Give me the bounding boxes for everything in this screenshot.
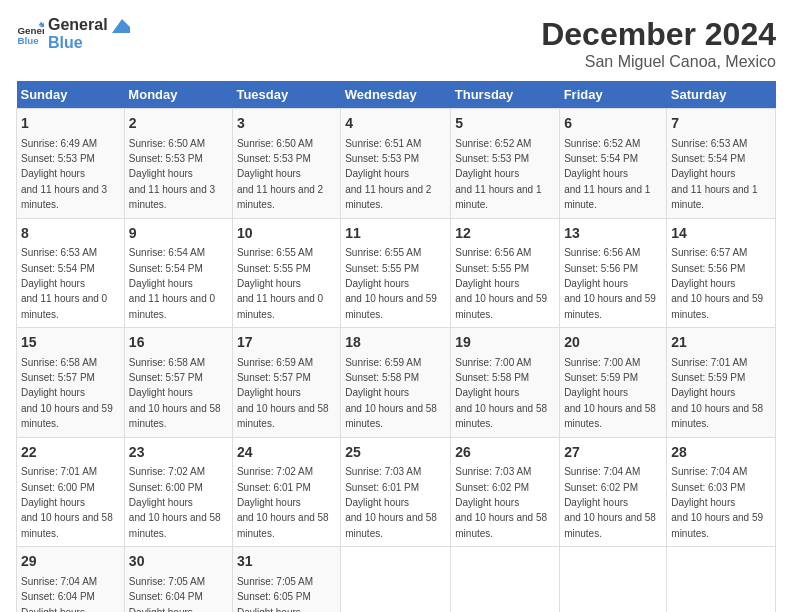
sunrise-info: Sunrise: 6:58 AM: [129, 357, 205, 368]
daylight-duration: and 11 hours and 1 minute.: [564, 184, 650, 210]
sunrise-info: Sunrise: 7:03 AM: [345, 466, 421, 477]
sunset-info: Sunset: 5:54 PM: [21, 263, 95, 274]
daylight-duration: and 11 hours and 0 minutes.: [21, 293, 107, 319]
sunrise-info: Sunrise: 6:53 AM: [671, 138, 747, 149]
daylight-duration: and 10 hours and 59 minutes.: [21, 403, 113, 429]
daylight-duration: and 11 hours and 0 minutes.: [129, 293, 215, 319]
day-number: 17: [237, 333, 336, 353]
day-number: 3: [237, 114, 336, 134]
sunset-info: Sunset: 6:00 PM: [129, 482, 203, 493]
daylight-duration: and 10 hours and 58 minutes.: [345, 403, 437, 429]
daylight-duration: and 10 hours and 58 minutes.: [564, 512, 656, 538]
day-number: 22: [21, 443, 120, 463]
day-number: 2: [129, 114, 228, 134]
sunset-info: Sunset: 6:05 PM: [237, 591, 311, 602]
daylight-duration: and 10 hours and 58 minutes.: [21, 512, 113, 538]
sunrise-info: Sunrise: 6:50 AM: [129, 138, 205, 149]
table-row: 16Sunrise: 6:58 AMSunset: 5:57 PMDayligh…: [124, 328, 232, 438]
calendar-week-row: 22Sunrise: 7:01 AMSunset: 6:00 PMDayligh…: [17, 437, 776, 547]
sunrise-info: Sunrise: 6:50 AM: [237, 138, 313, 149]
logo: General Blue General Blue: [16, 16, 130, 51]
daylight-info: Daylight hours: [21, 387, 85, 398]
sunrise-info: Sunrise: 6:53 AM: [21, 247, 97, 258]
sunset-info: Sunset: 6:01 PM: [237, 482, 311, 493]
table-row: 9Sunrise: 6:54 AMSunset: 5:54 PMDaylight…: [124, 218, 232, 328]
day-number: 9: [129, 224, 228, 244]
sunrise-info: Sunrise: 7:03 AM: [455, 466, 531, 477]
sunset-info: Sunset: 5:58 PM: [455, 372, 529, 383]
table-row: 30Sunrise: 7:05 AMSunset: 6:04 PMDayligh…: [124, 547, 232, 612]
daylight-duration: and 11 hours and 3 minutes.: [21, 184, 107, 210]
sunrise-info: Sunrise: 6:59 AM: [345, 357, 421, 368]
sunrise-info: Sunrise: 6:51 AM: [345, 138, 421, 149]
col-tuesday: Tuesday: [232, 81, 340, 109]
calendar-subtitle: San Miguel Canoa, Mexico: [541, 53, 776, 71]
day-number: 23: [129, 443, 228, 463]
table-row: 17Sunrise: 6:59 AMSunset: 5:57 PMDayligh…: [232, 328, 340, 438]
daylight-duration: and 10 hours and 59 minutes.: [671, 293, 763, 319]
daylight-info: Daylight hours: [237, 497, 301, 508]
daylight-duration: and 11 hours and 1 minute.: [671, 184, 757, 210]
daylight-info: Daylight hours: [455, 387, 519, 398]
sunset-info: Sunset: 6:00 PM: [21, 482, 95, 493]
table-row: 1Sunrise: 6:49 AMSunset: 5:53 PMDaylight…: [17, 109, 125, 219]
day-number: 5: [455, 114, 555, 134]
daylight-info: Daylight hours: [129, 278, 193, 289]
day-number: 6: [564, 114, 662, 134]
daylight-info: Daylight hours: [129, 387, 193, 398]
table-row: 21Sunrise: 7:01 AMSunset: 5:59 PMDayligh…: [667, 328, 776, 438]
daylight-info: Daylight hours: [671, 278, 735, 289]
daylight-duration: and 10 hours and 58 minutes.: [564, 403, 656, 429]
day-number: 1: [21, 114, 120, 134]
daylight-info: Daylight hours: [129, 497, 193, 508]
sunset-info: Sunset: 6:04 PM: [129, 591, 203, 602]
day-number: 16: [129, 333, 228, 353]
sunset-info: Sunset: 5:57 PM: [237, 372, 311, 383]
calendar-table: Sunday Monday Tuesday Wednesday Thursday…: [16, 81, 776, 612]
daylight-duration: and 10 hours and 58 minutes.: [129, 403, 221, 429]
daylight-duration: and 10 hours and 58 minutes.: [455, 403, 547, 429]
sunset-info: Sunset: 5:54 PM: [564, 153, 638, 164]
sunrise-info: Sunrise: 7:00 AM: [564, 357, 640, 368]
day-number: 4: [345, 114, 446, 134]
day-number: 27: [564, 443, 662, 463]
table-row: 4Sunrise: 6:51 AMSunset: 5:53 PMDaylight…: [341, 109, 451, 219]
daylight-duration: and 11 hours and 2 minutes.: [345, 184, 431, 210]
daylight-info: Daylight hours: [237, 168, 301, 179]
daylight-duration: and 11 hours and 0 minutes.: [237, 293, 323, 319]
table-row: 22Sunrise: 7:01 AMSunset: 6:00 PMDayligh…: [17, 437, 125, 547]
sunrise-info: Sunrise: 7:05 AM: [129, 576, 205, 587]
daylight-duration: and 10 hours and 59 minutes.: [671, 512, 763, 538]
table-row: 26Sunrise: 7:03 AMSunset: 6:02 PMDayligh…: [451, 437, 560, 547]
daylight-info: Daylight hours: [564, 168, 628, 179]
calendar-header-row: Sunday Monday Tuesday Wednesday Thursday…: [17, 81, 776, 109]
table-row: 28Sunrise: 7:04 AMSunset: 6:03 PMDayligh…: [667, 437, 776, 547]
table-row: 18Sunrise: 6:59 AMSunset: 5:58 PMDayligh…: [341, 328, 451, 438]
daylight-duration: and 11 hours and 1 minute.: [455, 184, 541, 210]
sunrise-info: Sunrise: 7:01 AM: [21, 466, 97, 477]
sunset-info: Sunset: 5:53 PM: [129, 153, 203, 164]
sunset-info: Sunset: 5:53 PM: [237, 153, 311, 164]
page-header: General Blue General Blue December 2024 …: [16, 16, 776, 71]
logo-blue-text: Blue: [48, 34, 130, 52]
sunset-info: Sunset: 5:59 PM: [671, 372, 745, 383]
sunset-info: Sunset: 5:54 PM: [129, 263, 203, 274]
daylight-info: Daylight hours: [21, 497, 85, 508]
logo-general-text: General: [48, 16, 130, 34]
day-number: 26: [455, 443, 555, 463]
svg-marker-4: [112, 19, 130, 33]
sunrise-info: Sunrise: 7:01 AM: [671, 357, 747, 368]
day-number: 15: [21, 333, 120, 353]
calendar-week-row: 29Sunrise: 7:04 AMSunset: 6:04 PMDayligh…: [17, 547, 776, 612]
col-thursday: Thursday: [451, 81, 560, 109]
table-row: 31Sunrise: 7:05 AMSunset: 6:05 PMDayligh…: [232, 547, 340, 612]
sunrise-info: Sunrise: 6:55 AM: [237, 247, 313, 258]
sunrise-info: Sunrise: 7:05 AM: [237, 576, 313, 587]
daylight-info: Daylight hours: [237, 607, 301, 612]
daylight-info: Daylight hours: [345, 278, 409, 289]
day-number: 21: [671, 333, 771, 353]
daylight-duration: and 10 hours and 58 minutes.: [455, 512, 547, 538]
calendar-week-row: 8Sunrise: 6:53 AMSunset: 5:54 PMDaylight…: [17, 218, 776, 328]
sunrise-info: Sunrise: 7:04 AM: [21, 576, 97, 587]
sunset-info: Sunset: 5:56 PM: [564, 263, 638, 274]
